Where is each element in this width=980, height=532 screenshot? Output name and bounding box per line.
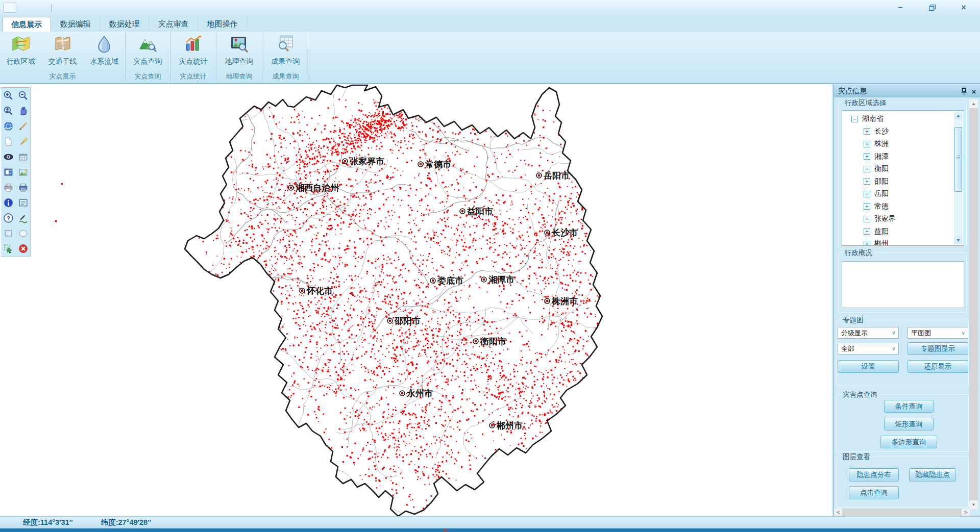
ribbon-button-label: 交通干线 (48, 57, 77, 66)
zoom-out-icon[interactable] (16, 88, 31, 103)
disaster-stats-icon (184, 34, 203, 55)
scope-select[interactable]: 全部∨ (838, 343, 899, 354)
city-marker-湘西自治州[interactable]: 湘西自治州 (288, 183, 339, 193)
tree-item-益阳[interactable]: +益阳 (842, 225, 953, 238)
tree-item-株洲[interactable]: +株洲 (842, 138, 953, 150)
help-icon[interactable]: ? (1, 210, 16, 225)
map-type-select[interactable]: 平面图∨ (908, 327, 968, 339)
water-basin-button[interactable]: 水系流域 (83, 34, 125, 70)
tree-item-长沙[interactable]: +长沙 (842, 125, 953, 138)
stray-disaster-point (55, 220, 57, 222)
query-button-3[interactable]: 多边形查询 (880, 436, 937, 448)
restore-icon[interactable] (925, 2, 939, 13)
ribbon-button-label: 行政区域 (7, 57, 35, 66)
disaster-query-button[interactable]: 灾点查询 (127, 34, 169, 70)
tree-item-岳阳[interactable]: +岳阳 (842, 188, 953, 200)
settings-button[interactable]: 设置 (838, 360, 899, 373)
water-basin-icon (95, 34, 113, 55)
layer-button-3[interactable]: 点击查询 (849, 486, 899, 499)
tree-item-张家界[interactable]: +张家界 (842, 213, 953, 225)
image-export-icon[interactable] (16, 164, 31, 180)
thematic-show-button[interactable]: 专题图显示 (908, 342, 968, 355)
region-tree[interactable]: −湖南省+长沙+株洲+湘潭+衡阳+邵阳+岳阳+常德+张家界+益阳+郴州 ▲ ▼ (842, 110, 964, 246)
layer-button-2[interactable]: 隐藏隐患点 (909, 468, 956, 482)
eye-icon[interactable] (1, 149, 16, 164)
grade-display-select[interactable]: 分级显示∨ (838, 327, 899, 339)
print-color-icon[interactable] (16, 180, 31, 195)
zoom-window-icon[interactable] (1, 103, 16, 118)
tab-4[interactable]: 灾点审查 (149, 17, 198, 32)
tree-connector (867, 138, 867, 150)
tree-connector (867, 175, 867, 188)
query-button-1[interactable]: 条件查询 (884, 400, 934, 413)
overview-label: 行政概况 (843, 248, 874, 258)
scroll-right-icon[interactable]: > (962, 509, 970, 516)
result-query-button[interactable]: 成果查询 (265, 34, 307, 70)
tab-5[interactable]: 地图操作 (198, 17, 247, 32)
title-bar: − × (0, 0, 980, 16)
pan-icon[interactable] (16, 103, 31, 118)
admin-region-button[interactable]: 行政区域 (0, 34, 42, 70)
map-canvas[interactable]: 张家界市常德市岳阳市湘西自治州益阳市长沙市娄底市湘潭市怀化市株洲市邵阳市衡阳市永… (0, 84, 832, 516)
tree-item-衡阳[interactable]: +衡阳 (842, 163, 953, 175)
text-panel-icon[interactable] (16, 195, 31, 210)
panel-horizontal-scrollbar[interactable]: < > (834, 509, 970, 516)
tab-2[interactable]: 数据编辑 (51, 17, 100, 32)
panel-vertical-scrollbar[interactable]: ▲ ▼ (969, 99, 978, 509)
scroll-left-icon[interactable]: < (834, 509, 842, 516)
scroll-down-icon[interactable]: ▼ (954, 236, 963, 244)
query-button-2[interactable]: 矩形查询 (884, 418, 934, 430)
tree-item-邵阳[interactable]: +邵阳 (842, 175, 953, 188)
refresh-brush-icon[interactable] (16, 134, 31, 149)
close-icon[interactable]: × (957, 2, 971, 13)
attribute-table-icon[interactable] (16, 149, 31, 164)
collapse-icon[interactable]: − (851, 116, 858, 122)
restore-display-button[interactable]: 还原显示 (908, 360, 968, 373)
measure-icon[interactable] (16, 118, 31, 134)
geo-query-button[interactable]: 地理查询 (218, 34, 260, 70)
overview-textarea[interactable] (842, 261, 964, 308)
minimize-icon[interactable]: − (893, 2, 908, 13)
scroll-up-icon[interactable]: ▲ (969, 99, 978, 108)
tree-scrollbar[interactable]: ▲ ▼ (954, 112, 963, 244)
identify-icon[interactable] (1, 195, 16, 210)
disaster-stats-button[interactable]: 灾点统计 (173, 34, 214, 70)
tree-item-郴州[interactable]: +郴州 (842, 238, 953, 246)
scroll-down-icon[interactable]: ▼ (969, 500, 978, 509)
layer-view-group: 图层查看 隐患点分布隐藏隐患点点击查询 (836, 457, 969, 508)
close-tool-icon[interactable] (16, 241, 31, 256)
tree-item-label: 湘潭 (874, 152, 889, 161)
print-icon[interactable] (1, 180, 16, 195)
layer-window-icon[interactable] (1, 164, 16, 180)
scroll-thumb[interactable] (954, 127, 962, 192)
accent-tick (444, 529, 447, 531)
tree-item-湘潭[interactable]: +湘潭 (842, 150, 953, 163)
circle-select-icon[interactable] (16, 225, 31, 241)
pin-icon[interactable] (959, 86, 969, 96)
zoom-in-icon[interactable] (1, 88, 16, 103)
ribbon-button-label: 灾点查询 (134, 57, 162, 66)
tree-item-常德[interactable]: +常德 (842, 200, 953, 213)
panel-close-icon[interactable]: × (969, 86, 979, 96)
scroll-up-icon[interactable]: ▲ (954, 112, 963, 120)
region-select-label: 行政区域选择 (843, 98, 888, 108)
hunan-province-map[interactable]: 张家界市常德市岳阳市湘西自治州益阳市长沙市娄底市湘潭市怀化市株洲市邵阳市衡阳市永… (0, 84, 832, 516)
tree-item-label: 衡阳 (874, 164, 889, 173)
tab-1[interactable]: 信息展示 (2, 17, 51, 32)
clear-page-icon[interactable] (1, 134, 16, 149)
ribbon-group-label: 灾点查询 (126, 72, 170, 81)
globe-icon[interactable] (1, 118, 16, 134)
ribbon: 行政区域交通干线水系流域灾点展示灾点查询灾点查询灾点统计灾点统计地理查询地理查询… (0, 32, 980, 84)
quick-access-toolbar[interactable] (3, 3, 16, 13)
pointer-select-icon[interactable] (1, 241, 16, 256)
tab-3[interactable]: 数据处理 (100, 17, 149, 32)
longitude-readout: 经度:114°3′31″ (23, 518, 73, 527)
rect-select-icon[interactable] (1, 225, 16, 241)
traffic-lines-button[interactable]: 交通干线 (42, 34, 84, 70)
tree-item-湖南省[interactable]: −湖南省 (842, 113, 953, 125)
chevron-down-icon: ∨ (961, 330, 965, 336)
layer-button-1[interactable]: 隐患点分布 (849, 468, 899, 482)
sketch-icon[interactable] (16, 210, 31, 225)
result-query-icon (277, 34, 295, 55)
map-tools-toolbar: ? (1, 87, 31, 257)
